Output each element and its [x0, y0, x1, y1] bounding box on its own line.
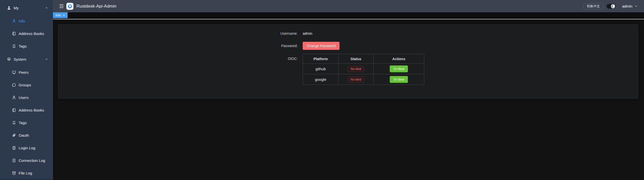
status-badge: No bind — [348, 77, 364, 83]
change-password-button[interactable]: Change Password — [303, 42, 340, 50]
user-filled-icon — [7, 6, 11, 10]
oidc-table-header-row: Platform Status Actions — [303, 54, 424, 64]
user-menu[interactable]: admin — [622, 4, 632, 8]
sidebar-item-tags-2[interactable]: Tags — [0, 116, 53, 129]
column-header-status: Status — [339, 54, 374, 64]
bookmark-icon — [12, 44, 16, 48]
column-header-actions: Actions — [374, 54, 424, 64]
main-content: Username: admin Password: Change Passwor… — [53, 20, 644, 180]
account-form: Username: admin Password: Change Passwor… — [270, 24, 431, 85]
sidebar-item-label: Oauth — [19, 133, 29, 137]
moon-icon — [611, 4, 615, 8]
sidebar-item-label: Peers — [19, 70, 29, 75]
rustdesk-logo — [66, 3, 73, 10]
status-cell: No bind — [339, 64, 374, 74]
user-icon — [12, 95, 16, 100]
table-row-github: github No bind To Bind — [303, 64, 424, 74]
username-row: Username: admin — [270, 29, 431, 38]
chevron-up-icon — [45, 6, 48, 10]
sidebar-group-my[interactable]: My — [0, 1, 53, 15]
sidebar-item-login-log[interactable]: Login Log — [0, 141, 53, 154]
sidebar-item-label: Connection Log — [19, 158, 45, 163]
to-bind-button[interactable]: To Bind — [390, 76, 408, 83]
status-cell: No bind — [339, 74, 374, 85]
sidebar: My Info Address Books Tags — [0, 0, 53, 180]
dark-mode-toggle[interactable] — [606, 4, 616, 9]
bookmark-icon — [12, 121, 16, 125]
to-bind-button[interactable]: To Bind — [390, 65, 408, 72]
paperclip-icon — [12, 133, 16, 137]
account-info-card: Username: admin Password: Change Passwor… — [58, 24, 638, 99]
sidebar-item-peers[interactable]: Peers — [0, 66, 53, 79]
oidc-row: OIDC: Platform Status Actions — [270, 54, 431, 85]
user-icon — [12, 19, 16, 23]
sidebar-item-file-log[interactable]: File Log — [0, 167, 53, 179]
sidebar-item-label: Tags — [19, 121, 27, 125]
clipboard-icon — [12, 146, 16, 150]
chat-bubble-icon — [12, 83, 16, 87]
sidebar-item-info[interactable]: Info — [0, 15, 53, 27]
sidebar-group-label: System — [14, 57, 26, 61]
fold-menu-icon[interactable] — [59, 4, 64, 9]
tab-info[interactable]: Info — [53, 12, 68, 18]
password-row: Password: Change Password — [270, 42, 431, 50]
sidebar-item-address-books[interactable]: Address Books — [0, 27, 53, 40]
sidebar-item-users[interactable]: Users — [0, 91, 53, 104]
app-title: Rustdesk-Api-Admin — [76, 4, 117, 9]
sidebar-item-tags[interactable]: Tags — [0, 40, 53, 52]
sidebar-item-label: File Log — [19, 171, 32, 175]
sidebar-item-label: Login Log — [19, 146, 35, 150]
sidebar-item-label: Groups — [19, 83, 31, 87]
archive-box-icon — [12, 171, 16, 175]
actions-cell: To Bind — [374, 74, 424, 85]
close-icon[interactable] — [63, 14, 65, 16]
address-book-icon — [12, 31, 16, 36]
app-root: My Info Address Books Tags — [0, 0, 644, 180]
top-header: Rustdesk-Api-Admin 切换中文 admin — [53, 0, 644, 12]
sidebar-item-address-books-2[interactable]: Address Books — [0, 104, 53, 116]
username-value: admin — [303, 31, 312, 35]
sidebar-group-label: My — [14, 6, 19, 10]
platform-cell: google — [303, 74, 339, 85]
chevron-down-icon[interactable] — [634, 5, 638, 8]
sidebar-item-label: Users — [19, 95, 29, 100]
actions-cell: To Bind — [374, 64, 424, 74]
oidc-label: OIDC: — [270, 54, 298, 63]
sidebar-item-label: Tags — [19, 44, 27, 48]
sidebar-item-groups[interactable]: Groups — [0, 79, 53, 91]
document-icon — [12, 158, 16, 163]
status-badge: No bind — [348, 66, 364, 72]
chevron-up-icon — [45, 58, 48, 61]
monitor-icon — [12, 70, 16, 75]
column-header-platform: Platform — [303, 54, 339, 64]
platform-cell: github — [303, 64, 339, 74]
password-label: Password: — [270, 44, 298, 48]
sidebar-item-label: Address Books — [19, 108, 44, 112]
switch-language-button[interactable]: 切换中文 — [583, 3, 603, 9]
sidebar-item-connection-log[interactable]: Connection Log — [0, 154, 53, 167]
sidebar-bottom-strip — [0, 179, 53, 180]
sidebar-item-oauth[interactable]: Oauth — [0, 129, 53, 141]
sidebar-group-system[interactable]: System — [0, 52, 53, 66]
table-row-google: google No bind To Bind — [303, 74, 424, 85]
username-label: Username: — [270, 31, 298, 35]
sidebar-item-label: Address Books — [19, 31, 44, 36]
gear-icon — [7, 57, 11, 61]
sidebar-item-label: Info — [19, 19, 25, 23]
tab-label: Info — [55, 13, 61, 17]
address-book-icon — [12, 108, 16, 112]
tab-bar: Info — [53, 12, 644, 19]
oidc-table: Platform Status Actions github No bind — [303, 54, 424, 85]
